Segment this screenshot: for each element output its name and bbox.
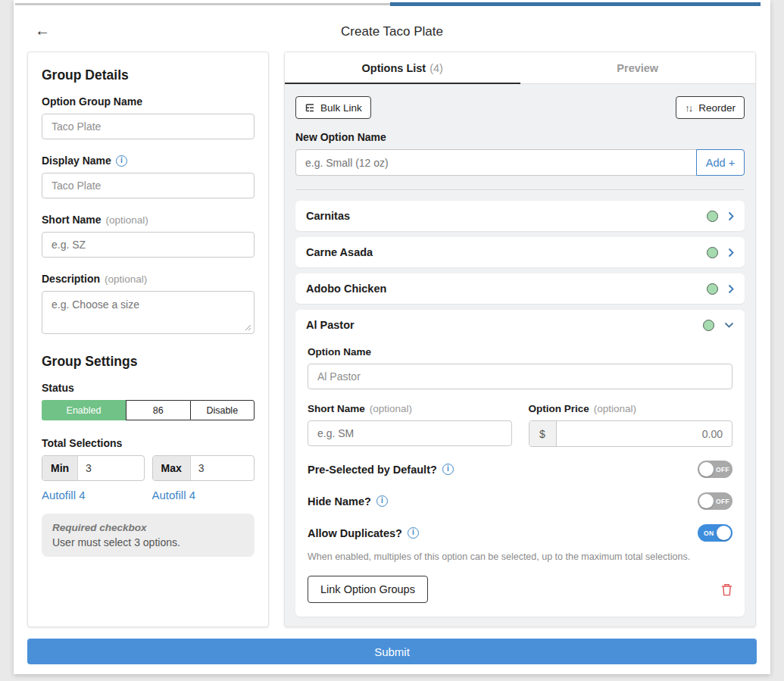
tab-preview-label: Preview	[617, 62, 658, 74]
status-segmented-control: Enabled 86 Disable	[42, 400, 255, 420]
option-group-name-input[interactable]	[42, 114, 255, 139]
option-row-carne-asada: Carne Asada	[295, 237, 745, 267]
options-panel: Options List (4) Preview B	[284, 52, 756, 627]
option-name-text: Carne Asada	[306, 246, 707, 258]
option-name-label-text: Option Name	[308, 346, 371, 358]
status-option-enabled[interactable]: Enabled	[42, 400, 126, 420]
status-label-text: Status	[42, 382, 74, 394]
chevron-right-icon[interactable]	[728, 211, 734, 221]
option-price-input[interactable]	[557, 428, 732, 440]
detail-short-name-label-text: Short Name	[308, 403, 365, 414]
info-icon[interactable]	[442, 464, 454, 475]
chevron-right-icon[interactable]	[728, 284, 734, 294]
max-selections-group: Max	[152, 455, 255, 481]
toggle-knob	[699, 462, 714, 476]
option-price-label-text: Option Price	[529, 403, 589, 414]
option-row-adobo-chicken-header[interactable]: Adobo Chicken	[295, 273, 745, 304]
reorder-icon: ↑↓	[685, 102, 692, 114]
status-dot[interactable]	[703, 320, 714, 331]
option-group-name-label-text: Option Group Name	[42, 95, 142, 108]
option-price-optional: (optional)	[594, 403, 636, 414]
allow-duplicates-label: Allow Duplicates?	[308, 527, 419, 539]
group-details-heading: Group Details	[42, 67, 255, 83]
group-details-panel: Group Details Option Group Name Display …	[27, 52, 269, 627]
min-autofill-link[interactable]: Autofill 4	[42, 489, 145, 501]
tab-options-list-label: Options List	[362, 62, 426, 74]
bulk-link-label: Bulk Link	[320, 102, 362, 114]
description-label: Description (optional)	[42, 273, 255, 285]
toggle-knob	[699, 494, 714, 508]
bulk-link-button[interactable]: Bulk Link	[295, 96, 371, 119]
option-name-text: Carnitas	[306, 210, 707, 222]
min-selections-input[interactable]	[78, 462, 143, 474]
short-name-input[interactable]	[42, 232, 255, 258]
reorder-label: Reorder	[698, 102, 736, 114]
required-note-title: Required checkbox	[52, 522, 244, 533]
option-name-text: Adobo Chicken	[306, 283, 707, 295]
chevron-right-icon[interactable]	[728, 248, 734, 258]
max-selections-input[interactable]	[191, 462, 254, 474]
description-optional: (optional)	[105, 273, 147, 285]
tab-options-list-count: (4)	[429, 62, 443, 74]
trash-icon	[721, 583, 732, 596]
required-note: Required checkbox User must select 3 opt…	[42, 514, 255, 557]
tab-preview[interactable]: Preview	[520, 52, 756, 83]
tab-options-list[interactable]: Options List (4)	[285, 52, 520, 83]
new-option-name-label-text: New Option Name	[295, 131, 386, 143]
delete-option-button[interactable]	[721, 583, 732, 596]
link-option-groups-button[interactable]: Link Option Groups	[308, 576, 428, 603]
option-name-text: Al Pastor	[306, 319, 703, 331]
status-option-disable[interactable]: Disable	[190, 400, 255, 420]
page-title: Create Taco Plate	[14, 24, 770, 39]
short-name-label-text: Short Name	[42, 214, 102, 226]
toggle-knob	[717, 526, 731, 540]
hide-name-toggle[interactable]: OFF	[698, 492, 732, 510]
status-dot[interactable]	[707, 283, 718, 295]
option-name-input[interactable]	[308, 364, 732, 389]
detail-short-name-optional: (optional)	[370, 403, 412, 414]
short-name-optional: (optional)	[106, 214, 148, 226]
detail-short-name-input[interactable]	[308, 420, 512, 446]
options-tabbar: Options List (4) Preview	[285, 52, 755, 84]
allow-duplicates-toggle[interactable]: ON	[698, 524, 732, 542]
option-row-al-pastor: Al Pastor Option Name	[295, 310, 745, 617]
option-row-al-pastor-header[interactable]: Al Pastor	[295, 310, 745, 340]
new-option-name-label: New Option Name	[295, 131, 745, 143]
allow-duplicates-help: When enabled, multiples of this option c…	[308, 551, 732, 562]
chevron-down-icon[interactable]	[724, 322, 734, 328]
preselected-toggle[interactable]: OFF	[698, 461, 732, 478]
option-price-group: $	[529, 420, 733, 447]
bulk-link-icon	[305, 103, 315, 113]
add-option-button[interactable]: Add +	[696, 149, 745, 176]
preselected-label-text: Pre-Selected by Default?	[308, 464, 437, 476]
status-dot[interactable]	[707, 211, 718, 222]
display-name-input[interactable]	[42, 173, 255, 198]
display-name-label: Display Name	[42, 155, 255, 167]
options-divider	[295, 189, 745, 190]
option-group-name-label: Option Group Name	[42, 95, 255, 108]
top-tab-underline-active	[390, 2, 761, 6]
detail-short-name-label: Short Name (optional)	[308, 403, 512, 414]
option-row-carnitas-header[interactable]: Carnitas	[295, 201, 745, 231]
total-selections-label: Total Selections	[42, 437, 255, 449]
group-settings-heading: Group Settings	[42, 354, 255, 370]
new-option-name-input[interactable]	[295, 149, 696, 176]
max-label: Max	[153, 456, 191, 480]
info-icon[interactable]	[408, 527, 419, 539]
info-icon[interactable]	[116, 155, 127, 167]
submit-button[interactable]: Submit	[27, 639, 757, 664]
display-name-label-text: Display Name	[42, 155, 111, 167]
description-textarea[interactable]	[42, 291, 255, 334]
currency-prefix: $	[529, 421, 557, 446]
status-option-86[interactable]: 86	[126, 400, 189, 420]
hide-name-label-text: Hide Name?	[308, 495, 371, 508]
min-selections-group: Min	[42, 455, 145, 481]
option-row-carnitas: Carnitas	[295, 201, 745, 231]
option-row-adobo-chicken: Adobo Chicken	[295, 273, 745, 304]
main-card: ← Create Taco Plate Group Details Option…	[14, 0, 770, 674]
option-row-carne-asada-header[interactable]: Carne Asada	[295, 237, 745, 267]
reorder-button[interactable]: ↑↓ Reorder	[676, 96, 745, 119]
status-dot[interactable]	[707, 247, 718, 258]
info-icon[interactable]	[376, 495, 388, 507]
max-autofill-link[interactable]: Autofill 4	[152, 489, 255, 501]
